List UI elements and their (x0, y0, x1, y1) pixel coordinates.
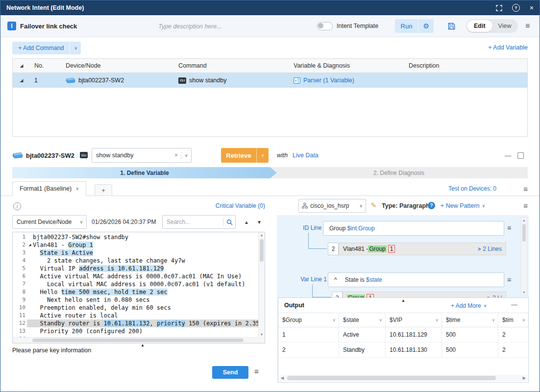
chevron-down-icon[interactable]: ∨ (75, 186, 79, 191)
code-line[interactable]: 4 2 state changes, last state change 4y7… (13, 257, 258, 265)
row-expand-icon[interactable]: ◢ (13, 78, 30, 83)
output-minimize-icon[interactable]: — (511, 301, 517, 308)
code-line[interactable]: 10 Preemption enabled, delay min 60 secs (13, 304, 258, 312)
chevron-down-icon[interactable]: ∨ (491, 318, 495, 322)
scroll-down-icon[interactable]: ▼ (259, 333, 265, 336)
parser-variable-link[interactable]: Parser (1 Variable) (303, 77, 354, 84)
sample-matched-line[interactable]: Vlan481 - Group 1 > 2 Lines (339, 243, 506, 255)
code-line[interactable]: 9 Next hello sent in 0.080 secs (13, 296, 258, 304)
help-icon[interactable]: ? (512, 4, 520, 12)
send-menu-icon[interactable]: ≡ (254, 367, 259, 375)
close-icon[interactable]: × (530, 4, 534, 12)
view-mode-button[interactable]: View (492, 20, 517, 32)
output-horizontal-scrollbar[interactable]: ◀ ▶ (279, 375, 527, 381)
chevron-down-icon[interactable]: ∨ (482, 203, 486, 208)
description-input[interactable] (157, 21, 277, 32)
table-row[interactable]: ◢ 1 bjta002237-SW2 CLI show standby Pars… (13, 73, 527, 88)
collapse-all-icon[interactable]: ◢ (13, 63, 30, 68)
fold-marker-icon[interactable]: ◢ (27, 241, 33, 249)
panel-minimize-icon[interactable]: — (505, 147, 511, 163)
add-variable-link[interactable]: + Add Variable (488, 44, 528, 51)
device-node-select[interactable]: Current Device/Node ∨ (12, 215, 87, 229)
id-line-menu-icon[interactable]: ≡ (507, 224, 511, 232)
tabs-menu-icon[interactable]: ≡ (523, 181, 528, 196)
output-row[interactable]: 1Active10.61.181.1295002 (278, 327, 528, 343)
type-help-icon[interactable]: ? (428, 202, 435, 209)
expand-lines-link[interactable]: > 2 Lines (478, 245, 506, 252)
add-command-chevron-icon[interactable]: ∨ (70, 42, 81, 54)
var-line-menu-icon[interactable]: ≡ (507, 276, 511, 284)
critical-variable-link[interactable]: Critical Variable (0) (211, 202, 265, 209)
save-button[interactable] (444, 19, 458, 33)
edit-mode-button[interactable]: Edit (467, 20, 492, 32)
chevron-down-icon[interactable]: ∨ (435, 318, 439, 322)
scrollbar-thumb[interactable] (32, 339, 244, 342)
clear-icon[interactable]: × (172, 152, 181, 159)
code-line[interactable]: 5 Virtual IP address is 10.61.181.129 (13, 265, 258, 272)
parser-dropdown[interactable]: cisco_ios_hsrp ∨ (298, 199, 366, 213)
code-line[interactable]: 8 Hello time 500 msec, hold time 2 sec (13, 288, 258, 296)
send-button[interactable]: Send (212, 366, 248, 379)
fullscreen-icon[interactable] (496, 5, 502, 11)
chevron-down-icon[interactable]: ∨ (332, 318, 336, 322)
code-line[interactable]: 6 Active virtual MAC address is 0000.0c0… (13, 272, 258, 280)
code-line[interactable]: 2◢Vlan481 - Group 1 (13, 241, 258, 249)
panel-maximize-icon[interactable] (517, 152, 524, 159)
code-line[interactable]: 7 Local virtual MAC address is 0000.0c07… (13, 280, 258, 288)
add-format-tab-button[interactable]: + (95, 184, 112, 196)
scrollbar-thumb[interactable] (260, 239, 264, 262)
add-command-button[interactable]: + Add Command (12, 42, 70, 54)
scrollbar-thumb[interactable] (522, 224, 526, 242)
output-column-header[interactable]: $tim∨ (498, 313, 528, 327)
edit-parser-pencil-icon[interactable]: ✎ (371, 201, 377, 209)
code-line[interactable]: 13 Priority 200 (configured 200) (13, 327, 258, 335)
search-prev-icon[interactable]: ▲ (242, 217, 251, 227)
retrieve-chevron-icon[interactable]: ∨ (256, 148, 269, 163)
test-on-devices-link[interactable]: Test on Devices: 0 (448, 181, 496, 196)
var-line-input[interactable]: ^ State is $state (328, 272, 504, 287)
output-column-header[interactable]: $VIP∨ (386, 313, 442, 327)
step-define-variable[interactable]: 1. Define Variable (12, 167, 277, 178)
panel-collapse-handle[interactable]: ▲ (131, 343, 154, 347)
tab-format1-baseline[interactable]: Format1 (Baseline) ∨ (12, 181, 86, 196)
scrollbar-thumb[interactable] (287, 376, 496, 380)
search-input[interactable] (163, 218, 223, 226)
add-more-link[interactable]: + Add More ∨ (451, 302, 487, 309)
code-line[interactable]: 1bjta002237-SW2#show standby (13, 233, 258, 241)
search-icon[interactable] (223, 219, 235, 225)
scroll-down-icon[interactable]: ▼ (521, 291, 527, 294)
live-data-link[interactable]: Live Data (293, 147, 319, 163)
chevron-down-icon[interactable]: ∨ (379, 318, 382, 322)
retrieve-button[interactable]: Retrieve (221, 148, 256, 163)
code-line[interactable]: 12 Standby router is 10.61.181.132, prio… (13, 319, 258, 327)
output-column-header[interactable]: $Group∨ (278, 313, 339, 327)
intent-template-toggle[interactable] (317, 22, 333, 30)
scroll-up-icon[interactable]: ▲ (521, 219, 527, 222)
code-horizontal-scrollbar[interactable] (13, 337, 258, 343)
code-line[interactable]: 3 State is Active (13, 249, 258, 257)
command-dropdown[interactable]: show standby × ∨ (92, 148, 192, 163)
code-vertical-scrollbar[interactable]: ▲ ▼ (258, 232, 265, 337)
chevron-down-icon[interactable]: ∨ (76, 220, 86, 224)
search-next-icon[interactable]: ▼ (254, 217, 264, 227)
pattern-vertical-scrollbar[interactable]: ▲ ▼ (521, 217, 527, 295)
pattern-menu-icon[interactable]: ≡ (523, 201, 528, 210)
step-define-diagnosis[interactable]: 2. Define Diagnosis (270, 167, 528, 178)
new-pattern-link[interactable]: + New Pattern ∨ (441, 202, 485, 209)
chevron-down-icon[interactable]: ∨ (522, 318, 525, 322)
info-icon[interactable]: i (13, 202, 21, 210)
output-row[interactable]: 2Standby10.61.181.1305002 (278, 343, 528, 358)
output-column-header[interactable]: $state∨ (339, 313, 386, 327)
chevron-down-icon[interactable]: ∨ (484, 303, 487, 308)
run-button[interactable]: Run (395, 19, 418, 33)
scroll-right-icon[interactable]: ▶ (523, 376, 526, 380)
output-column-header[interactable]: $time∨ (442, 313, 498, 327)
header-menu-icon[interactable]: ≡ (525, 19, 530, 33)
id-line-input[interactable]: Group $int:Group (323, 221, 504, 236)
scroll-left-icon[interactable]: ◀ (281, 376, 284, 380)
run-settings-gear-icon[interactable]: ⚙ (418, 19, 434, 33)
chevron-down-icon[interactable]: ∨ (181, 153, 191, 158)
scroll-up-icon[interactable]: ▲ (259, 233, 265, 237)
code-line[interactable]: 11 Active router is local (13, 312, 258, 319)
chevron-down-icon[interactable]: ∨ (359, 203, 363, 208)
